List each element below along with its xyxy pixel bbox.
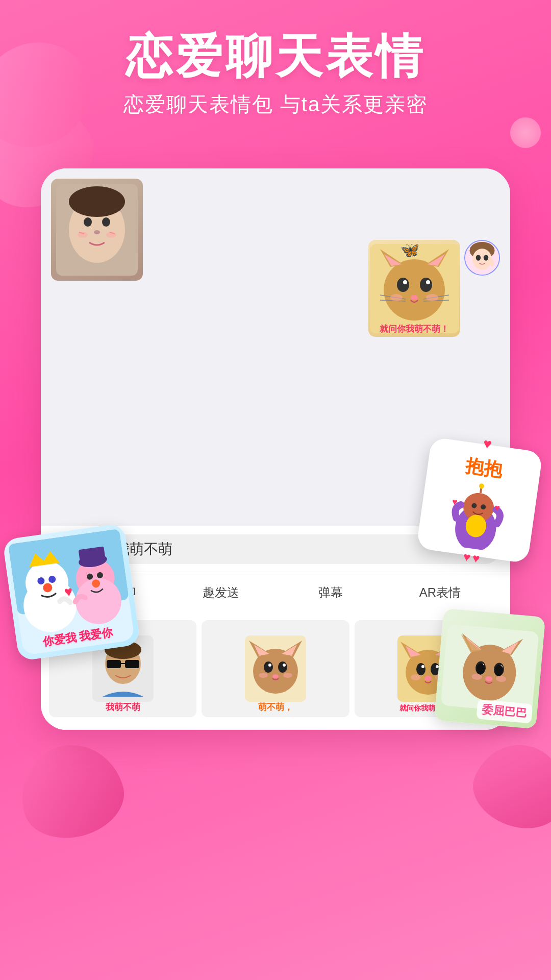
cat-sticker-label: 就问你我萌不萌！ — [368, 323, 460, 335]
svg-point-50 — [259, 673, 268, 678]
heart-icon-2: ♥ — [462, 549, 471, 565]
svg-text:🦋: 🦋 — [400, 244, 420, 259]
svg-point-49 — [272, 674, 279, 678]
svg-point-62 — [424, 676, 432, 681]
kid-photo-sticker — [51, 179, 143, 281]
svg-point-26 — [426, 294, 438, 301]
sub-title: 恋爱聊天表情包 与ta关系更亲密 — [0, 90, 551, 118]
cat-corner-label: 委屈巴巴 — [482, 703, 528, 720]
svg-point-46 — [278, 662, 287, 673]
anime-avatar — [464, 240, 500, 276]
svg-point-17 — [420, 278, 432, 292]
svg-point-45 — [264, 662, 273, 673]
floating-sticker-clown: ♥ 你爱我 我爱你 — [2, 523, 140, 661]
chat-msg-right: 🦋 就问你我萌不萌！ — [368, 240, 500, 337]
svg-point-16 — [397, 278, 409, 292]
svg-point-31 — [476, 255, 481, 260]
svg-point-48 — [283, 664, 286, 667]
svg-point-19 — [426, 280, 430, 284]
svg-point-2 — [84, 217, 92, 227]
svg-point-3 — [102, 217, 110, 227]
svg-point-7 — [69, 186, 125, 217]
bg-heart-bottom-left — [10, 733, 133, 849]
cat-sticker: 🦋 就问你我萌不萌！ — [368, 240, 460, 337]
sticker-cat-2[interactable]: 萌不萌， — [202, 620, 349, 717]
hugging-title: 抱抱 — [464, 453, 504, 483]
tab-danmu[interactable]: 弹幕 — [276, 580, 385, 605]
svg-rect-36 — [107, 660, 121, 668]
svg-point-4 — [94, 230, 100, 234]
sticker-cat2-label: 萌不萌， — [256, 701, 295, 713]
tab-qusend[interactable]: 趣发送 — [166, 580, 276, 605]
svg-point-30 — [472, 249, 492, 270]
svg-point-20 — [411, 295, 418, 300]
svg-point-63 — [411, 674, 421, 680]
svg-point-11 — [384, 259, 445, 321]
svg-point-51 — [283, 673, 292, 678]
svg-point-73 — [479, 483, 484, 488]
header-section: 恋爱聊天表情 恋爱聊天表情包 与ta关系更亲密 — [0, 31, 551, 118]
main-title: 恋爱聊天表情 — [0, 31, 551, 82]
bg-heart-right-top — [510, 117, 541, 148]
svg-point-47 — [268, 664, 271, 667]
svg-point-60 — [421, 665, 424, 668]
tab-ar[interactable]: AR表情 — [385, 580, 495, 605]
heart-icon-3: ♥ — [471, 551, 481, 566]
sticker-man-label: 我萌不萌 — [104, 701, 142, 713]
bg-heart-bottom-right — [463, 732, 551, 840]
svg-rect-37 — [125, 660, 139, 668]
svg-point-18 — [403, 280, 407, 284]
chat-msg-left — [51, 179, 143, 281]
svg-point-25 — [390, 294, 403, 301]
floating-sticker-hugging: ♥ 抱抱 ♥ ♥ ♥ ♥ — [416, 437, 543, 564]
svg-point-32 — [484, 255, 488, 260]
svg-point-58 — [416, 663, 425, 675]
heart-icon-1: ♥ — [482, 435, 493, 453]
bottom-bar: ♦ 领取 ⌄ 打字弹图 ▼ 🐙 — [41, 729, 510, 730]
floating-sticker-cat: 委屈巴巴 — [434, 608, 545, 729]
